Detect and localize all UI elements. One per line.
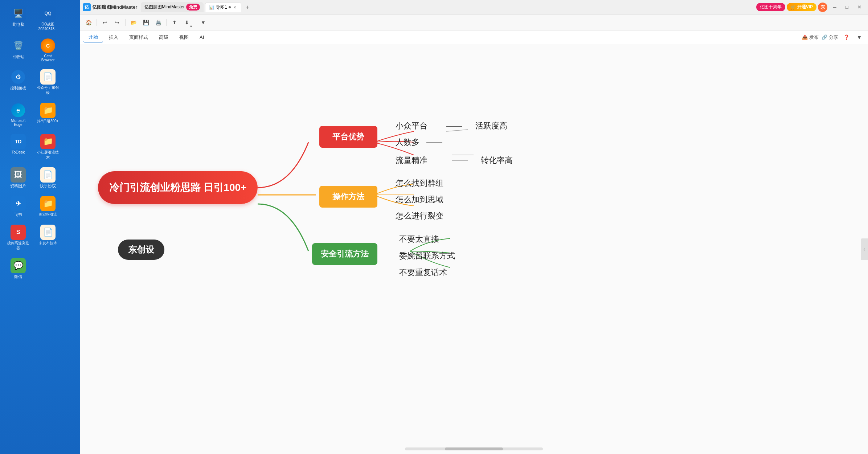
desktop-icon-control-panel[interactable]: ⚙ 控制面板 — [4, 67, 33, 98]
publish-btn[interactable]: 📤 发布 — [802, 34, 819, 41]
share-btn[interactable]: 🔗 分享 — [822, 34, 838, 41]
collapse-panel-btn[interactable]: ‹ — [861, 238, 868, 260]
unsaved-dot — [229, 6, 231, 8]
desktop-icon-todesk[interactable]: TD ToDesk — [4, 132, 33, 162]
desktop-icon-this-pc[interactable]: 🖥️ 此电脑 — [4, 4, 33, 33]
maximize-btn[interactable]: □ — [841, 2, 853, 12]
menu-insert[interactable]: 插入 — [104, 32, 123, 42]
central-text: 冷门引流创业粉思路 日引100+ — [109, 181, 247, 195]
logo-icon: 亿 — [83, 3, 91, 11]
branch-operation-label: 操作方法 — [332, 191, 364, 202]
desktop-icon-wechat[interactable]: 💬 微信 — [4, 256, 33, 282]
window-controls: ─ □ ✕ — [829, 2, 865, 12]
watermark: 东创设 — [118, 240, 164, 260]
sep4 — [195, 19, 195, 26]
titlebar: 亿 亿图脑图MindMaster 亿图脑图MindMaster 免费 📊 导图1… — [80, 0, 868, 15]
desktop-icon-recycle[interactable]: 🗑️ 回收站 — [4, 36, 33, 64]
leaf-precise-traffic: 流量精准 — [396, 155, 427, 166]
sub-leaf-conversion: 转化率高 — [481, 155, 513, 166]
help-btn[interactable]: ❓ — [841, 32, 851, 42]
desktop-icon-feishu[interactable]: ✈ 飞书 — [4, 194, 33, 220]
branch-safe-label: 安全引流方法 — [321, 249, 369, 259]
desktop-icon-public-account[interactable]: 📄 公众号：东创设 — [33, 67, 62, 98]
import-btn[interactable]: ⬇ ▼ — [182, 17, 192, 28]
leaf-find-group: 怎么找到群组 — [396, 178, 443, 189]
free-badge: 免费 — [186, 4, 200, 11]
leaf-fission: 怎么进行裂变 — [396, 210, 443, 221]
new-tab-btn[interactable]: + — [243, 3, 252, 12]
app-title: 亿图脑图MindMaster — [92, 4, 137, 11]
cart-icon: 🛒 — [790, 5, 796, 10]
branch-node-platform[interactable]: 平台优势 — [319, 126, 377, 148]
horizontal-scrollbar[interactable] — [405, 447, 543, 450]
anniversary-btn[interactable]: 亿图十周年 — [756, 3, 785, 11]
desktop-icon-edge[interactable]: e MicrosoftEdge — [4, 101, 33, 129]
menubar: 开始 插入 页面样式 高级 视图 AI 📤 发布 🔗 分享 ❓ — [80, 30, 868, 44]
desktop-icon-daily300[interactable]: 📁 抖Y日引300+ — [33, 101, 62, 129]
app-window: 亿 亿图脑图MindMaster 亿图脑图MindMaster 免费 📊 导图1… — [80, 0, 868, 454]
leaf-not-direct: 不要太直接 — [399, 234, 439, 245]
menu-start[interactable]: 开始 — [83, 32, 103, 42]
redo-btn[interactable]: ↪ — [112, 17, 122, 28]
tab-close-btn[interactable]: ✕ — [232, 5, 237, 10]
desktop-icon-cent-browser[interactable]: C CentBrowser — [33, 36, 62, 64]
desktop-icon-sogou[interactable]: S 搜狗高速浏览器 — [4, 222, 33, 253]
sep2 — [125, 19, 126, 26]
tab-diagram1-label: 导图1 — [216, 4, 227, 11]
print-btn[interactable]: 🖨️ — [153, 17, 163, 28]
tab-icon: 📊 — [209, 5, 214, 10]
menu-right: 📤 发布 🔗 分享 ❓ ▼ — [802, 32, 864, 42]
leaf-no-repeat: 不要重复话术 — [399, 267, 447, 278]
dash3: —— — [452, 156, 468, 165]
app-logo: 亿 亿图脑图MindMaster — [83, 3, 137, 11]
close-btn[interactable]: ✕ — [853, 2, 865, 12]
desktop: 🖥️ 此电脑 QQ QQ战图20240318... 🗑️ 回收站 C CentB… — [0, 0, 80, 454]
scrollbar-thumb[interactable] — [445, 447, 503, 450]
export-btn[interactable]: ⬆ — [169, 17, 180, 28]
tab-mindmaster[interactable]: 亿图脑图MindMaster 免费 — [141, 2, 204, 12]
sub-leaf-active: 活跃度高 — [475, 120, 507, 131]
menu-page-style[interactable]: 页面样式 — [124, 32, 153, 42]
share-icon: 🔗 — [822, 34, 827, 40]
sep1 — [97, 19, 97, 26]
menu-advanced[interactable]: 高级 — [154, 32, 173, 42]
leaf-many-people: 人数多 — [396, 137, 419, 148]
desktop-icon-qq-games[interactable]: QQ QQ战图20240318... — [33, 4, 62, 33]
menu-expand-btn[interactable]: ▼ — [854, 32, 864, 42]
desktop-icon-datamap[interactable]: 🖼 资料图片 — [4, 165, 33, 191]
minimize-btn[interactable]: ─ — [829, 2, 840, 12]
desktop-icon-startup-guide[interactable]: 📁 创业粉引流 — [33, 194, 62, 220]
desktop-icon-unpublished[interactable]: 📄 未发布技术 — [33, 222, 62, 253]
leaf-gentle-contact: 委婉留联系方式 — [399, 250, 455, 261]
menu-view[interactable]: 视图 — [174, 32, 194, 42]
more-btn[interactable]: ▼ — [198, 17, 208, 28]
central-node[interactable]: 冷门引流创业粉思路 日引100+ — [98, 171, 258, 204]
desktop-icon-xiaohongshu[interactable]: 📁 小红薯引流技术 — [33, 132, 62, 162]
tab-mindmaster-label: 亿图脑图MindMaster — [144, 4, 185, 10]
desktop-icon-kuaishou[interactable]: 📄 快手协议 — [33, 165, 62, 191]
leaf-small-platform: 小众平台 — [396, 120, 427, 131]
dash2: —— — [426, 138, 442, 147]
anniversary-label: 亿图十周年 — [760, 4, 782, 10]
save-btn[interactable]: 💾 — [141, 17, 151, 28]
vip-label: 开通VIP — [797, 4, 813, 10]
home-btn[interactable]: 🏠 — [83, 17, 94, 28]
branch-node-safe[interactable]: 安全引流方法 — [312, 243, 377, 265]
toolbar: 🏠 ↩ ↪ 📂 💾 🖨️ ⬆ ⬇ ▼ ▼ — [80, 15, 868, 30]
sep3 — [166, 19, 167, 26]
dash1: —— — [446, 121, 462, 131]
tab-diagram1[interactable]: 📊 导图1 ✕ — [205, 2, 241, 12]
publish-icon: 📤 — [802, 34, 808, 40]
menu-ai[interactable]: AI — [195, 32, 209, 42]
connector-lines — [80, 44, 868, 454]
canvas[interactable]: 冷门引流创业粉思路 日引100+ 平台优势 小众平台 —— 活跃度高 人数多 —… — [80, 44, 868, 454]
undo-btn[interactable]: ↩ — [100, 17, 110, 28]
vip-btn[interactable]: 🛒 开通VIP — [787, 3, 816, 11]
user-avatar[interactable]: 东 — [818, 3, 827, 12]
branch-node-operation[interactable]: 操作方法 — [319, 186, 377, 208]
leaf-add-siyu: 怎么加到思域 — [396, 194, 443, 205]
branch-platform-label: 平台优势 — [332, 131, 364, 142]
open-btn[interactable]: 📂 — [128, 17, 139, 28]
